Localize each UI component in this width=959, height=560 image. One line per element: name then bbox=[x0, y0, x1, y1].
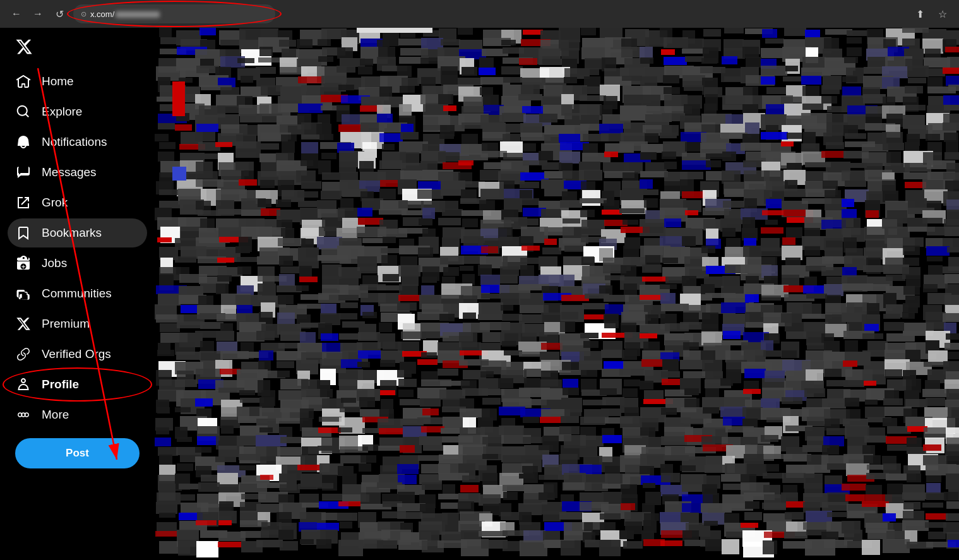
sidebar-item-notifications[interactable]: Notifications bbox=[8, 128, 147, 157]
back-button[interactable]: ← bbox=[8, 5, 25, 23]
sidebar-item-grok[interactable]: Grok bbox=[8, 188, 147, 217]
notifications-label: Notifications bbox=[42, 135, 107, 149]
url-blur bbox=[116, 11, 160, 18]
messages-icon bbox=[15, 164, 32, 181]
sidebar-item-explore[interactable]: Explore bbox=[8, 97, 147, 126]
url-text: x.com/ bbox=[90, 9, 268, 19]
explore-label: Explore bbox=[42, 105, 82, 119]
more-icon bbox=[15, 407, 32, 423]
verified-orgs-label: Verified Orgs bbox=[42, 347, 111, 361]
page-layout: Home Explore Notifications bbox=[0, 28, 959, 560]
refresh-button[interactable]: ↺ bbox=[51, 5, 68, 23]
grok-icon bbox=[15, 194, 32, 211]
share-button[interactable]: ⬆ bbox=[911, 5, 929, 23]
forward-button[interactable]: → bbox=[29, 5, 47, 23]
x-logo[interactable] bbox=[8, 33, 147, 63]
sidebar-item-verified-orgs[interactable]: Verified Orgs bbox=[8, 340, 147, 369]
premium-label: Premium bbox=[42, 317, 90, 331]
home-icon bbox=[15, 73, 32, 90]
communities-label: Communities bbox=[42, 287, 112, 301]
bookmarks-icon bbox=[15, 225, 32, 241]
sidebar-item-premium[interactable]: Premium bbox=[8, 309, 147, 338]
sidebar-item-bookmarks[interactable]: Bookmarks bbox=[8, 218, 147, 247]
jobs-icon bbox=[15, 255, 32, 271]
sidebar-item-profile[interactable]: Profile bbox=[8, 370, 147, 399]
sidebar: Home Explore Notifications bbox=[0, 28, 155, 560]
sidebar-item-more[interactable]: More bbox=[8, 400, 147, 429]
post-button[interactable]: Post bbox=[15, 438, 140, 468]
bookmarks-label: Bookmarks bbox=[42, 226, 102, 240]
home-label: Home bbox=[42, 74, 74, 88]
explore-icon bbox=[15, 104, 32, 120]
grok-label: Grok bbox=[42, 196, 68, 210]
sidebar-item-communities[interactable]: Communities bbox=[8, 279, 147, 308]
sidebar-item-messages[interactable]: Messages bbox=[8, 158, 147, 187]
address-bar[interactable]: ⊙ x.com/ bbox=[73, 4, 275, 23]
browser-actions: ⬆ ☆ bbox=[911, 5, 951, 23]
notifications-icon bbox=[15, 134, 32, 150]
x-logo-icon bbox=[15, 38, 33, 56]
browser-nav-buttons: ← → ↺ bbox=[8, 5, 68, 23]
premium-icon bbox=[15, 316, 32, 332]
more-label: More bbox=[42, 408, 69, 422]
site-icon: ⊙ bbox=[81, 10, 86, 18]
sidebar-item-home[interactable]: Home bbox=[8, 67, 147, 96]
sidebar-item-jobs[interactable]: Jobs bbox=[8, 249, 147, 278]
messages-label: Messages bbox=[42, 165, 97, 179]
profile-label: Profile bbox=[42, 378, 79, 391]
verified-orgs-icon bbox=[15, 346, 32, 362]
communities-icon bbox=[15, 285, 32, 302]
bookmark-button[interactable]: ☆ bbox=[934, 5, 951, 23]
jobs-label: Jobs bbox=[42, 256, 67, 270]
main-content: (function() { const canvas = document.ge… bbox=[155, 28, 959, 560]
browser-chrome: ← → ↺ ⊙ x.com/ ⬆ ☆ bbox=[0, 0, 959, 28]
profile-icon bbox=[15, 376, 32, 393]
